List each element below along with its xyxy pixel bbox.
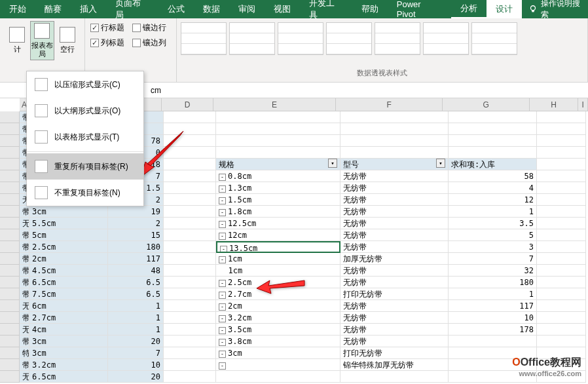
subtotal-button[interactable]: 计 xyxy=(5,21,29,60)
cell[interactable]: 20 xyxy=(108,371,164,383)
cell[interactable]: 20 xyxy=(108,336,164,347)
cell[interactable]: 2.5cm xyxy=(29,241,108,253)
cell[interactable]: 5.5cm xyxy=(29,218,108,229)
row-number[interactable] xyxy=(0,182,20,194)
cell[interactable] xyxy=(164,336,216,347)
cell-spec[interactable]: -12cm xyxy=(216,229,340,241)
row-number[interactable] xyxy=(0,218,20,229)
cell[interactable]: 6cm xyxy=(29,300,108,312)
cell-spec[interactable]: - xyxy=(216,359,340,371)
cell-spec[interactable]: -1.3cm xyxy=(216,182,340,194)
tab-devtools[interactable]: 开发工具 xyxy=(300,0,352,18)
cell-model[interactable]: 无纺带 xyxy=(340,206,449,218)
cell-sum[interactable]: 10 xyxy=(449,312,537,324)
tab-help[interactable]: 帮助 xyxy=(352,0,388,18)
expand-icon[interactable]: - xyxy=(219,303,226,311)
cell-model[interactable]: 无纺带 xyxy=(340,324,449,336)
cell[interactable] xyxy=(164,347,216,359)
row-number[interactable] xyxy=(0,347,20,359)
cell[interactable]: 10 xyxy=(108,359,164,371)
cell[interactable]: 带 xyxy=(20,229,29,241)
cell[interactable]: 无纺带 xyxy=(20,324,29,336)
cell[interactable] xyxy=(164,229,216,241)
cell-sum[interactable]: 3.5 xyxy=(449,218,537,229)
expand-icon[interactable]: - xyxy=(219,339,226,346)
row-number[interactable] xyxy=(0,253,20,265)
cell[interactable]: 19 xyxy=(108,206,164,218)
row-number[interactable] xyxy=(0,277,20,288)
pivot-header-spec[interactable]: 规格▾ xyxy=(216,159,340,170)
cell-spec[interactable]: -3cm xyxy=(216,347,340,359)
cell-sum[interactable]: 1 xyxy=(449,288,537,300)
expand-icon[interactable]: - xyxy=(219,256,226,263)
cell[interactable] xyxy=(164,253,216,265)
cell[interactable]: 3cm xyxy=(29,336,108,347)
row-number[interactable] xyxy=(0,265,20,277)
cell-spec[interactable]: -3.8cm xyxy=(216,336,340,347)
cell-spec[interactable]: -13.5cm xyxy=(216,241,340,253)
cell[interactable]: 无纺带 xyxy=(20,371,29,383)
expand-icon[interactable]: - xyxy=(219,280,226,287)
row-number[interactable] xyxy=(0,300,20,312)
cell-model[interactable]: 无纺带 xyxy=(340,218,449,229)
cell-sum[interactable]: 178 xyxy=(449,324,537,336)
cell[interactable]: 2.7cm xyxy=(29,312,108,324)
tab-formula[interactable]: 公式 xyxy=(158,0,194,18)
cell-spec[interactable]: -1cm xyxy=(216,253,340,265)
cell-sum[interactable]: 1 xyxy=(449,206,537,218)
cell-sum[interactable]: 180 xyxy=(449,277,537,288)
cell[interactable]: 7 xyxy=(108,347,164,359)
col-header-E[interactable]: E xyxy=(213,98,336,111)
expand-icon[interactable]: - xyxy=(219,197,226,204)
style-gallery[interactable] xyxy=(181,22,583,55)
row-number[interactable] xyxy=(0,147,20,159)
cell-model[interactable]: 无纺带 xyxy=(340,265,449,277)
cell[interactable]: 6.5cm xyxy=(29,277,108,288)
expand-icon[interactable]: - xyxy=(219,233,226,240)
row-number[interactable] xyxy=(0,359,20,371)
row-number[interactable] xyxy=(0,324,20,336)
cell-spec[interactable]: -1.5cm xyxy=(216,194,340,206)
tab-analyze[interactable]: 分析 xyxy=(451,0,487,18)
cell[interactable]: 117 xyxy=(108,253,164,265)
cell[interactable]: 无纺带 xyxy=(20,300,29,312)
cell[interactable]: 1 xyxy=(108,324,164,336)
cell-spec[interactable]: -1.8cm xyxy=(216,206,340,218)
cell[interactable] xyxy=(164,265,216,277)
expand-icon[interactable]: - xyxy=(220,246,227,253)
cell[interactable] xyxy=(164,288,216,300)
cell[interactable]: 6.5 xyxy=(108,277,164,288)
col-header-H[interactable]: H xyxy=(530,98,578,111)
cell-model[interactable]: 无纺带 xyxy=(340,170,449,182)
cell[interactable]: 带 xyxy=(20,206,29,218)
cell[interactable]: 带 xyxy=(20,288,29,300)
row-number[interactable] xyxy=(0,194,20,206)
cell[interactable] xyxy=(164,371,216,383)
cell[interactable]: 3cm xyxy=(29,347,108,359)
tab-view[interactable]: 视图 xyxy=(265,0,300,18)
menu-repeat-labels[interactable]: 重复所有项目标签(R) xyxy=(27,153,143,180)
col-header-I[interactable]: I xyxy=(578,98,588,111)
cell[interactable] xyxy=(164,194,216,206)
cell[interactable]: 2 xyxy=(108,218,164,229)
col-header-G[interactable]: G xyxy=(443,98,530,111)
row-number[interactable] xyxy=(0,336,20,347)
cell[interactable]: 15 xyxy=(108,229,164,241)
cell[interactable]: 带 xyxy=(20,265,29,277)
row-number[interactable] xyxy=(0,288,20,300)
row-number[interactable] xyxy=(0,135,20,147)
row-number[interactable] xyxy=(0,170,20,182)
cell[interactable]: 带 xyxy=(20,253,29,265)
cell[interactable]: 带 xyxy=(20,336,29,347)
expand-icon[interactable]: - xyxy=(219,209,226,216)
row-header-checkbox[interactable]: 行标题 xyxy=(90,22,124,33)
cell[interactable]: 特殊加厚无纺带 xyxy=(20,347,29,359)
cell[interactable] xyxy=(164,111,216,123)
tell-me-search[interactable]: 操作说明搜索 xyxy=(528,0,588,20)
cell[interactable]: 带 xyxy=(20,241,29,253)
cell[interactable]: 带 xyxy=(20,277,29,288)
col-header-checkbox[interactable]: 列标题 xyxy=(90,37,124,48)
cell[interactable]: 带 xyxy=(20,312,29,324)
cell-model[interactable]: 锦华特殊加厚无纺带 xyxy=(340,359,449,371)
expand-icon[interactable]: - xyxy=(219,362,226,370)
